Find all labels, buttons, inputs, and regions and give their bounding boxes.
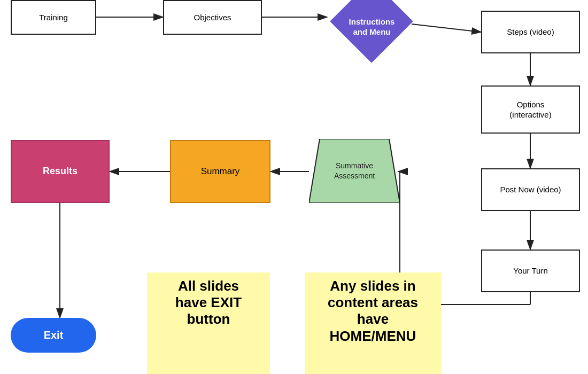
postnow-label: Post Now (video): [500, 184, 561, 195]
yourturn-label: Your Turn: [513, 266, 548, 276]
steps-video-box: Steps (video): [481, 11, 580, 53]
summative-svg: Summative Assessment: [309, 139, 400, 203]
note-any-slides-text: Any slides incontent areashaveHOME/MENU: [328, 278, 418, 345]
results-box: Results: [11, 140, 110, 203]
summary-box: Summary: [170, 140, 270, 203]
flowchart: Training Objectives Instructionsand Menu…: [0, 0, 588, 374]
options-label: Options(interactive): [509, 99, 551, 120]
summary-label: Summary: [201, 166, 240, 177]
svg-text:Assessment: Assessment: [334, 172, 375, 180]
exit-button[interactable]: Exit: [11, 318, 96, 353]
note-all-slides: All slideshave EXITbutton: [147, 272, 270, 374]
summative-assessment-shape: Summative Assessment: [309, 139, 400, 205]
note-any-slides: Any slides incontent areashaveHOME/MENU: [305, 272, 441, 374]
your-turn-box: Your Turn: [481, 250, 580, 292]
training-label: Training: [39, 12, 68, 23]
objectives-label: Objectives: [194, 12, 231, 23]
exit-label: Exit: [44, 329, 64, 341]
steps-label: Steps (video): [507, 27, 554, 37]
svg-marker-14: [309, 139, 400, 203]
post-now-box: Post Now (video): [481, 168, 580, 211]
note-all-slides-text: All slideshave EXITbutton: [175, 278, 242, 328]
svg-text:Summative: Summative: [336, 161, 373, 170]
training-box: Training: [11, 0, 96, 35]
options-interactive-box: Options(interactive): [481, 85, 580, 134]
instructions-menu-label: Instructionsand Menu: [330, 3, 413, 51]
objectives-box: Objectives: [163, 0, 262, 35]
results-label: Results: [43, 165, 78, 177]
svg-line-2: [412, 24, 481, 32]
